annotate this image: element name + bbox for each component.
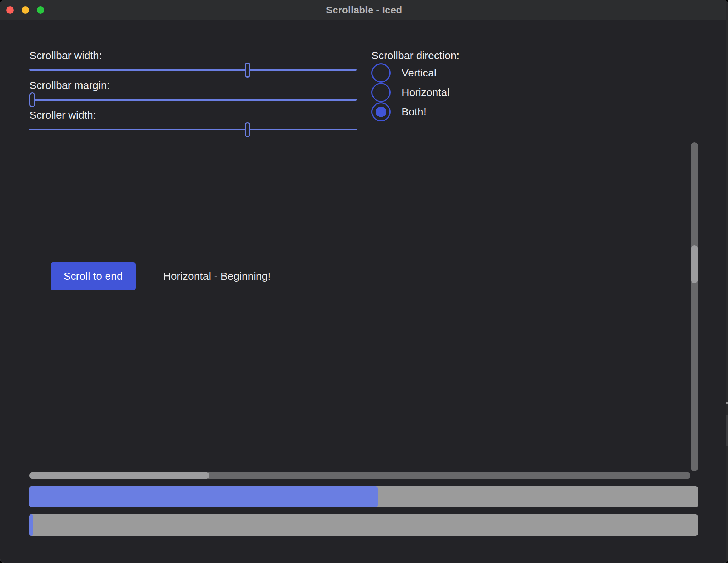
- window-edge-strip: [726, 0, 728, 563]
- horizontal-progress-bar: [29, 486, 698, 507]
- scrollbar-width-slider[interactable]: [29, 63, 357, 78]
- slider-handle[interactable]: [245, 63, 250, 78]
- radio-label[interactable]: Horizontal: [402, 86, 449, 98]
- scroller-width-slider[interactable]: [29, 122, 357, 137]
- edge-notch: [726, 402, 728, 404]
- horizontal-progress-fill: [29, 486, 378, 507]
- horizontal-scrollbar[interactable]: [29, 472, 690, 479]
- scroller-width-label: Scroller width:: [29, 109, 96, 121]
- scroll-status-text: Horizontal - Beginning!: [163, 262, 271, 290]
- radio-label[interactable]: Vertical: [402, 67, 436, 79]
- titlebar: Scrollable - Iced: [0, 0, 728, 20]
- edge-scroller[interactable]: [726, 415, 728, 446]
- radio-circle[interactable]: [371, 83, 391, 102]
- scrollbar-width-label: Scrollbar width:: [29, 49, 102, 62]
- vertical-progress-fill: [29, 514, 33, 536]
- radio-circle[interactable]: [371, 63, 391, 83]
- slider-handle[interactable]: [29, 92, 35, 107]
- radio-dot: [376, 107, 386, 117]
- scrollbar-margin-label: Scrollbar margin:: [29, 79, 110, 92]
- scroll-to-end-button[interactable]: Scroll to end: [51, 262, 136, 290]
- radio-option-horizontal[interactable]: Horizontal: [371, 83, 449, 102]
- radio-option-both[interactable]: Both!: [371, 102, 426, 121]
- window-title: Scrollable - Iced: [0, 0, 728, 20]
- scrollbar-direction-label: Scrollbar direction:: [371, 49, 459, 62]
- radio-circle[interactable]: [371, 102, 391, 121]
- radio-option-vertical[interactable]: Vertical: [371, 63, 436, 83]
- vertical-scrollbar[interactable]: [691, 142, 698, 471]
- vertical-progress-bar: [29, 514, 698, 536]
- slider-handle[interactable]: [245, 122, 250, 137]
- radio-label[interactable]: Both!: [402, 106, 426, 118]
- scrollbar-margin-slider[interactable]: [29, 92, 357, 107]
- app-window: Scrollable - Iced Scrollbar width: Scrol…: [0, 0, 728, 563]
- horizontal-scroller[interactable]: [29, 472, 209, 479]
- vertical-scroller[interactable]: [691, 245, 698, 283]
